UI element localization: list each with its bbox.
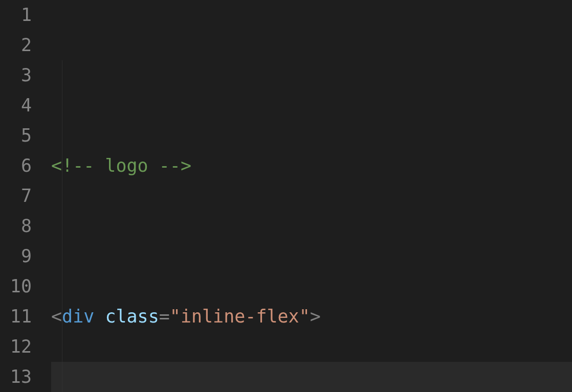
line-number: 13: [0, 362, 51, 392]
comment-text: logo: [94, 155, 159, 176]
code-editor[interactable]: 1 2 3 4 5 6 7 8 9 10 11 12 13 <!-- logo …: [0, 0, 572, 392]
line-number: 12: [0, 332, 51, 362]
comment-close: -->: [159, 155, 191, 176]
line-number: 8: [0, 211, 51, 241]
space: [94, 306, 105, 327]
comment-open: <!--: [51, 155, 94, 176]
angle-open: <: [51, 306, 62, 327]
line-number: 9: [0, 241, 51, 271]
indent-guide: [62, 60, 62, 392]
gutter: 1 2 3 4 5 6 7 8 9 10 11 12 13: [0, 0, 51, 392]
line-number: 4: [0, 90, 51, 121]
code-area[interactable]: <!-- logo --> <div class="inline-flex"> …: [51, 0, 572, 392]
line-number: 2: [0, 30, 51, 60]
line-number: 10: [0, 271, 51, 302]
equals: =: [159, 306, 170, 327]
attr-name: class: [105, 306, 159, 327]
tag-name: div: [62, 306, 94, 327]
quote: ": [170, 306, 181, 327]
line-number: 7: [0, 181, 51, 211]
quote: ": [299, 306, 310, 327]
line-number: 6: [0, 151, 51, 181]
attr-value: inline-flex: [181, 306, 299, 327]
angle-close: >: [310, 306, 321, 327]
line-number: 3: [0, 60, 51, 90]
code-line[interactable]: <!-- logo -->: [51, 151, 572, 181]
line-number: 5: [0, 121, 51, 151]
line-number: 1: [0, 0, 51, 30]
code-line[interactable]: <div class="inline-flex">: [51, 302, 572, 332]
line-number: 11: [0, 302, 51, 332]
